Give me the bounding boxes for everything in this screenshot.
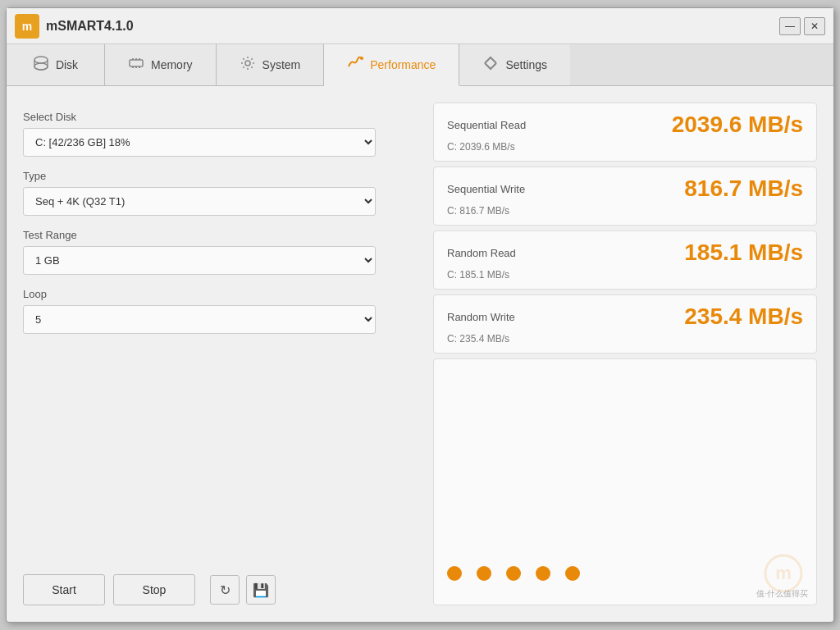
main-content: Select Disk C: [42/236 GB] 18% Type Seq … bbox=[7, 86, 833, 622]
watermark-text: 值·什么值得买 bbox=[756, 588, 808, 600]
sequential-read-value: 2039.6 MB/s bbox=[672, 112, 803, 138]
loop-dropdown[interactable]: 5 bbox=[23, 305, 376, 334]
type-label: Type bbox=[23, 170, 417, 182]
svg-rect-3 bbox=[132, 58, 134, 60]
tab-settings[interactable]: Settings bbox=[459, 44, 570, 85]
start-button[interactable]: Start bbox=[23, 574, 105, 605]
type-dropdown[interactable]: Seq + 4K (Q32 T1) bbox=[23, 187, 376, 216]
tab-disk[interactable]: Disk bbox=[7, 44, 105, 85]
svg-text:m: m bbox=[775, 563, 792, 583]
left-panel: Select Disk C: [42/236 GB] 18% Type Seq … bbox=[23, 103, 417, 605]
test-range-label: Test Range bbox=[23, 229, 417, 241]
type-group: Type Seq + 4K (Q32 T1) bbox=[23, 170, 417, 216]
svg-point-9 bbox=[245, 61, 250, 66]
select-disk-dropdown[interactable]: C: [42/236 GB] 18% bbox=[23, 128, 376, 157]
dot-1 bbox=[447, 566, 462, 581]
tab-memory[interactable]: Memory bbox=[105, 44, 217, 85]
metric-card-random-write: Random Write 235.4 MB/s C: 235.4 MB/s bbox=[433, 294, 817, 354]
dots-card: m 值·什么值得买 bbox=[433, 358, 817, 605]
random-write-label: Random Write bbox=[447, 311, 515, 323]
refresh-button[interactable]: ↻ bbox=[210, 575, 240, 605]
metric-top-random-write: Random Write 235.4 MB/s bbox=[447, 304, 803, 330]
metric-top-random-read: Random Read 185.1 MB/s bbox=[447, 240, 803, 266]
sequential-write-value: 816.7 MB/s bbox=[684, 176, 803, 202]
main-window: m mSMART4.1.0 — ✕ Disk bbox=[6, 7, 834, 623]
window-controls: — ✕ bbox=[779, 17, 825, 35]
loop-label: Loop bbox=[23, 288, 417, 300]
test-range-dropdown[interactable]: 1 GB bbox=[23, 246, 376, 275]
svg-point-0 bbox=[34, 57, 48, 63]
dot-2 bbox=[477, 566, 491, 581]
dot-4 bbox=[536, 566, 550, 581]
svg-point-10 bbox=[360, 57, 363, 60]
tab-settings-label: Settings bbox=[505, 58, 547, 71]
settings-icon bbox=[482, 55, 499, 75]
system-icon bbox=[240, 55, 256, 75]
performance-icon bbox=[347, 54, 363, 75]
save-button[interactable]: 💾 bbox=[246, 575, 276, 605]
refresh-icon: ↻ bbox=[220, 582, 231, 598]
test-range-group: Test Range 1 GB bbox=[23, 229, 417, 275]
sequential-read-label: Sequential Read bbox=[447, 119, 526, 131]
metric-top-sequential-write: Sequential Write 816.7 MB/s bbox=[447, 176, 803, 202]
tab-performance[interactable]: Performance bbox=[324, 44, 459, 86]
dot-5 bbox=[565, 566, 580, 581]
app-title: mSMART4.1.0 bbox=[46, 19, 134, 34]
svg-rect-7 bbox=[135, 66, 137, 68]
metric-top-sequential-read: Sequential Read 2039.6 MB/s bbox=[447, 112, 803, 138]
svg-point-1 bbox=[34, 63, 48, 70]
title-left: m mSMART4.1.0 bbox=[15, 14, 134, 39]
svg-rect-2 bbox=[130, 60, 143, 66]
metric-card-sequential-write: Sequential Write 816.7 MB/s C: 816.7 MB/… bbox=[433, 167, 817, 226]
disk-icon bbox=[33, 55, 49, 75]
title-bar: m mSMART4.1.0 — ✕ bbox=[7, 8, 833, 44]
metric-card-random-read: Random Read 185.1 MB/s C: 185.1 MB/s bbox=[433, 231, 817, 290]
random-read-sub: C: 185.1 MB/s bbox=[447, 269, 803, 281]
svg-rect-6 bbox=[132, 66, 134, 68]
svg-rect-5 bbox=[139, 58, 140, 60]
tab-system-label: System bbox=[262, 58, 301, 71]
random-read-value: 185.1 MB/s bbox=[684, 240, 803, 266]
tab-memory-label: Memory bbox=[151, 58, 193, 71]
app-logo: m bbox=[15, 14, 39, 39]
brand-watermark-icon: m bbox=[764, 554, 803, 593]
random-write-value: 235.4 MB/s bbox=[684, 304, 803, 330]
loop-group: Loop 5 bbox=[23, 288, 417, 334]
sequential-write-label: Sequential Write bbox=[447, 183, 525, 195]
action-buttons: Start Stop ↻ 💾 bbox=[23, 566, 417, 605]
memory-icon bbox=[128, 55, 144, 75]
dots-row: m bbox=[447, 550, 803, 596]
right-panel: Sequential Read 2039.6 MB/s C: 2039.6 MB… bbox=[433, 103, 817, 605]
svg-rect-4 bbox=[135, 58, 137, 60]
tab-system[interactable]: System bbox=[217, 44, 325, 85]
svg-rect-8 bbox=[139, 66, 140, 68]
stop-button[interactable]: Stop bbox=[113, 574, 195, 605]
select-disk-group: Select Disk C: [42/236 GB] 18% bbox=[23, 111, 417, 157]
tab-bar: Disk Memory bbox=[7, 44, 833, 86]
close-button[interactable]: ✕ bbox=[804, 17, 825, 35]
dot-3 bbox=[506, 566, 521, 581]
random-write-sub: C: 235.4 MB/s bbox=[447, 333, 803, 345]
tab-disk-label: Disk bbox=[56, 58, 78, 71]
save-icon: 💾 bbox=[253, 582, 269, 598]
metric-card-sequential-read: Sequential Read 2039.6 MB/s C: 2039.6 MB… bbox=[433, 103, 817, 162]
random-read-label: Random Read bbox=[447, 247, 516, 259]
sequential-read-sub: C: 2039.6 MB/s bbox=[447, 141, 803, 153]
logo-text: m bbox=[22, 20, 32, 33]
tab-performance-label: Performance bbox=[370, 58, 436, 71]
sequential-write-sub: C: 816.7 MB/s bbox=[447, 205, 803, 217]
select-disk-label: Select Disk bbox=[23, 111, 417, 123]
minimize-button[interactable]: — bbox=[779, 17, 801, 35]
